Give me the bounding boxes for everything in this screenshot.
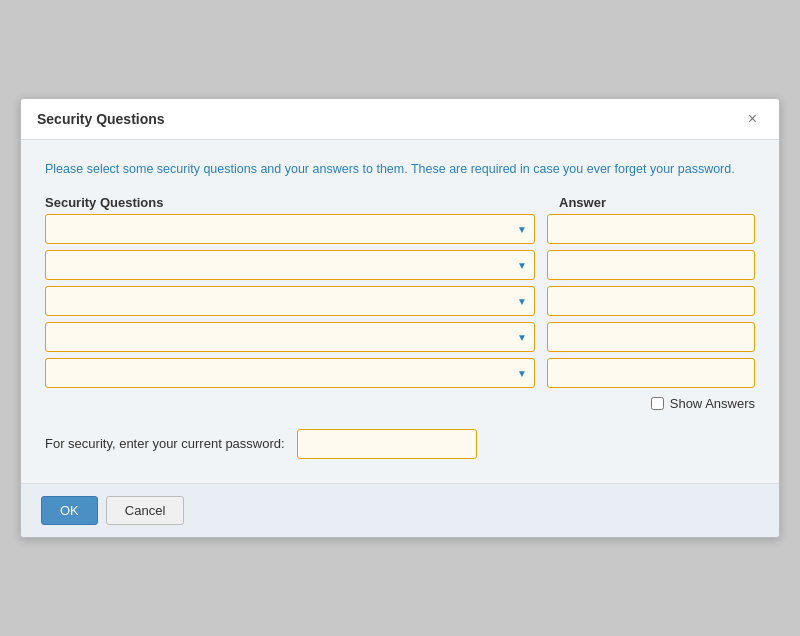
question-select-4[interactable] <box>45 322 535 352</box>
question-row-2: ▼ <box>45 250 755 280</box>
ok-button[interactable]: OK <box>41 496 98 525</box>
question-select-5[interactable] <box>45 358 535 388</box>
question-select-2[interactable] <box>45 250 535 280</box>
question-column-header: Security Questions <box>45 195 163 216</box>
password-row: For security, enter your current passwor… <box>45 429 755 467</box>
question-select-3[interactable] <box>45 286 535 316</box>
answer-input-3[interactable] <box>547 286 755 316</box>
question-select-1[interactable] <box>45 214 535 244</box>
info-text: Please select some security questions an… <box>45 160 755 179</box>
show-answers-label[interactable]: Show Answers <box>651 396 755 411</box>
show-answers-checkbox[interactable] <box>651 397 664 410</box>
question-row-4: ▼ <box>45 322 755 352</box>
answer-input-2[interactable] <box>547 250 755 280</box>
answer-input-4[interactable] <box>547 322 755 352</box>
show-answers-text: Show Answers <box>670 396 755 411</box>
question-row-3: ▼ <box>45 286 755 316</box>
question-dropdown-5: ▼ <box>45 358 535 388</box>
question-row-1: ▼ <box>45 214 755 244</box>
show-answers-row: Show Answers <box>45 396 755 411</box>
password-label: For security, enter your current passwor… <box>45 436 285 451</box>
dialog-title: Security Questions <box>37 111 165 127</box>
dialog-header: Security Questions × <box>21 99 779 140</box>
question-dropdown-4: ▼ <box>45 322 535 352</box>
dialog-body: Please select some security questions an… <box>21 140 779 483</box>
current-password-input[interactable] <box>297 429 477 459</box>
column-headers: Security Questions Answer <box>45 195 755 210</box>
question-dropdown-2: ▼ <box>45 250 535 280</box>
answer-input-5[interactable] <box>547 358 755 388</box>
cancel-button[interactable]: Cancel <box>106 496 184 525</box>
close-button[interactable]: × <box>742 109 763 129</box>
security-questions-dialog: Security Questions × Please select some … <box>20 98 780 538</box>
question-row-5: ▼ <box>45 358 755 388</box>
question-dropdown-1: ▼ <box>45 214 535 244</box>
answer-column-header: Answer <box>547 195 606 216</box>
answer-input-1[interactable] <box>547 214 755 244</box>
question-dropdown-3: ▼ <box>45 286 535 316</box>
dialog-footer: OK Cancel <box>21 483 779 537</box>
